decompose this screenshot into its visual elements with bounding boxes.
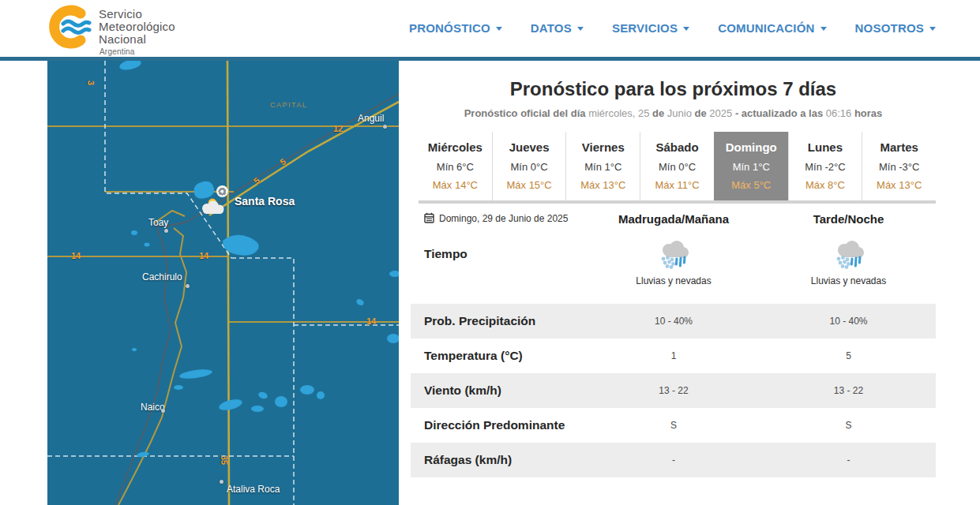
row-value-morning: 10 - 40% (586, 316, 761, 327)
map-route-14: 14 (199, 251, 208, 260)
weather-caption-evening: Lluvias y nevadas (761, 275, 936, 286)
selected-date: Domingo, 29 de Junio de 2025 (411, 212, 586, 226)
day-tab-jueves[interactable]: Jueves Mín 0°C Máx 15°C (492, 132, 566, 200)
day-tab-martes[interactable]: Martes Mín -3°C Máx 13°C (862, 132, 936, 200)
row-label: Prob. Precipitación (411, 314, 586, 328)
day-name: Jueves (493, 140, 566, 154)
subtitle-time: 06:16 (823, 107, 854, 119)
day-tab-miercoles[interactable]: Miércoles Mín 6°C Máx 14°C (419, 132, 492, 200)
chevron-down-icon (577, 27, 584, 31)
day-name: Martes (862, 140, 936, 154)
row-value-morning: 1 (586, 350, 761, 361)
subtitle-static: - actualizado a las (735, 107, 823, 119)
day-min-temp: Mín 6°C (419, 161, 492, 173)
day-name: Lunes (789, 140, 862, 154)
chevron-down-icon (820, 27, 827, 31)
site-header: Servicio Meteorológico Nacional Argentin… (0, 0, 980, 57)
selected-date-label: Domingo, 29 de Junio de 2025 (439, 213, 568, 224)
map-route-14: 14 (366, 316, 376, 326)
map-town-dot (383, 125, 387, 129)
logo-line3: Nacional (99, 33, 175, 46)
weather-row-label: Tiempo (411, 234, 586, 261)
cloud-sun-icon (198, 196, 227, 219)
nav-comunicacion-label: COMUNICACIÓN (718, 21, 814, 35)
main-nav: PRONÓSTICO DATOS SERVICIOS COMUNICACIÓN … (409, 21, 936, 35)
rain-snow-icon (655, 260, 692, 274)
row-label: Dirección Predominante (411, 418, 586, 432)
row-value-morning: S (586, 420, 761, 431)
weather-row: Tiempo Lluvia (411, 234, 936, 304)
nav-datos-label: DATOS (531, 21, 572, 35)
smn-logo-icon (47, 5, 92, 52)
forecast-panel: Pronóstico para los próximos 7 días Pron… (411, 61, 980, 477)
location-map[interactable]: CAPITAL 12 5 5 14 14 14 35 3 Anguil Sant… (47, 61, 399, 505)
day-name: Sábado (640, 140, 714, 154)
column-header-evening: Tarde/Noche (761, 212, 936, 226)
day-selector: Miércoles Mín 6°C Máx 14°C Jueves Mín 0°… (419, 132, 936, 204)
day-name: Viernes (566, 140, 640, 154)
map-route-12: 12 (333, 124, 343, 133)
day-max-temp: Máx 14°C (419, 179, 492, 191)
subtitle-year: 2025 (707, 107, 735, 119)
map-town-toay: Toay (148, 217, 168, 228)
nav-comunicacion[interactable]: COMUNICACIÓN (718, 21, 826, 35)
map-santa-rosa-marker[interactable] (216, 185, 228, 197)
day-min-temp: Mín 1°C (566, 161, 640, 173)
table-row-direccion: Dirección Predominante S S (411, 408, 936, 443)
map-town-dot (161, 409, 165, 413)
row-value-evening: - (761, 454, 936, 466)
day-tab-lunes[interactable]: Lunes Mín -2°C Máx 8°C (788, 132, 862, 200)
nav-datos[interactable]: DATOS (531, 21, 584, 35)
detail-header-row: Domingo, 29 de Junio de 2025 Madrugada/M… (411, 204, 936, 234)
chevron-down-icon (496, 27, 502, 31)
day-name: Domingo (715, 140, 788, 154)
nav-nosotros-label: NOSOTROS (855, 21, 924, 35)
map-town-dot (164, 229, 168, 233)
rain-snow-icon (831, 260, 867, 274)
nav-nosotros[interactable]: NOSOTROS (855, 21, 936, 35)
logo-line2: Meteorológico (99, 21, 175, 33)
table-row-rafagas: Ráfagas (km/h) - - (411, 443, 936, 477)
day-tab-viernes[interactable]: Viernes Mín 1°C Máx 13°C (565, 132, 640, 200)
table-row-temperatura: Temperatura (°C) 1 5 (411, 339, 936, 373)
row-label: Ráfagas (km/h) (411, 453, 586, 467)
subtitle-static: Pronóstico oficial del día (464, 107, 586, 119)
day-min-temp: Mín 1°C (715, 161, 788, 173)
logo-line1: Servicio (99, 8, 175, 21)
day-max-temp: Máx 13°C (566, 179, 640, 191)
map-region-label-capital: CAPITAL (270, 101, 307, 109)
weather-caption-morning: Lluvias y nevadas (586, 275, 761, 286)
day-name: Miércoles (419, 140, 492, 154)
subtitle-static: de (652, 107, 664, 119)
map-route-3: 3 (86, 80, 96, 85)
day-min-temp: Mín -3°C (862, 161, 936, 173)
row-label: Temperatura (°C) (411, 349, 586, 363)
day-max-temp: Máx 5°C (715, 179, 788, 191)
map-town-cachirulo: Cachirulo (142, 271, 182, 282)
map-town-santa-rosa: Santa Rosa (235, 195, 295, 208)
day-min-temp: Mín 0°C (640, 161, 714, 173)
smn-logo[interactable]: Servicio Meteorológico Nacional Argentin… (47, 5, 175, 58)
day-max-temp: Máx 11°C (640, 179, 714, 191)
day-max-temp: Máx 15°C (493, 179, 566, 191)
map-route-35: 35 (220, 455, 229, 465)
day-tab-sabado[interactable]: Sábado Mín 0°C Máx 11°C (640, 132, 714, 200)
table-row-viento: Viento (km/h) 13 - 22 13 - 22 (411, 373, 936, 408)
column-header-morning: Madrugada/Mañana (586, 212, 761, 226)
forecast-subtitle: Pronóstico oficial del día miércoles, 25… (411, 107, 936, 119)
subtitle-static: horas (854, 107, 882, 119)
nav-servicios[interactable]: SERVICIOS (612, 21, 689, 35)
day-min-temp: Mín 0°C (493, 161, 566, 173)
weather-morning: Lluvias y nevadas (586, 234, 761, 286)
subtitle-date: miércoles, 25 (586, 107, 653, 119)
row-value-evening: 13 - 22 (761, 385, 936, 396)
calendar-icon (424, 212, 434, 226)
map-route-14: 14 (71, 251, 81, 260)
table-row-precipitacion: Prob. Precipitación 10 - 40% 10 - 40% (411, 304, 936, 339)
row-value-morning: 13 - 22 (586, 385, 761, 396)
map-town-dot (186, 284, 190, 288)
row-value-evening: 5 (761, 350, 936, 361)
day-tab-domingo-selected[interactable]: Domingo Mín 1°C Máx 5°C (714, 132, 788, 200)
map-town-anguil: Anguil (358, 113, 384, 124)
nav-pronostico[interactable]: PRONÓSTICO (409, 21, 502, 35)
